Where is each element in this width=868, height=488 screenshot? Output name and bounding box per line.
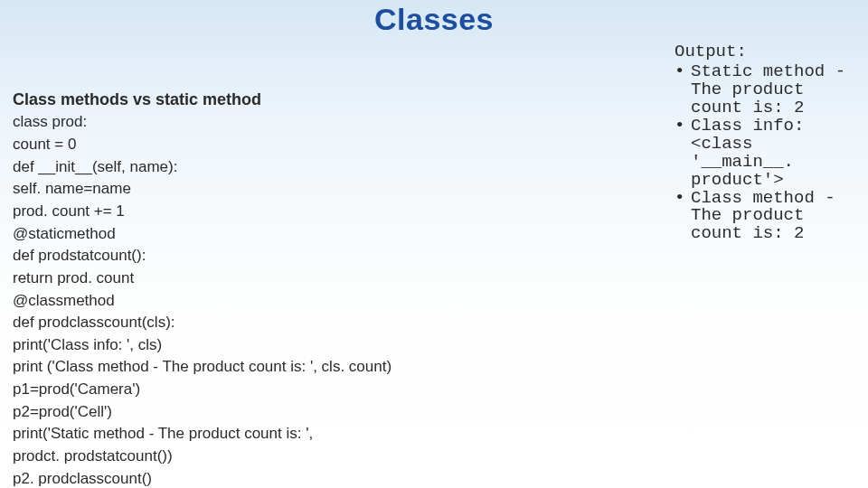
code-line: p2. prodclasscount() [13,470,152,487]
code-line: p2=prod('Cell') [13,403,112,420]
code-line: print('Static method - The product count… [13,425,313,442]
code-line: prod. count += 1 [13,202,125,220]
code-line: self. name=name [13,180,131,197]
code-heading: Class methods vs static method [13,88,646,111]
code-column: Class methods vs static methodclass prod… [13,43,646,488]
code-line: p1=prod('Camera') [13,380,140,398]
code-line: def prodstatcount(): [13,247,146,264]
code-line: @classmethod [13,292,115,309]
code-line: count = 0 [13,136,76,153]
code-line: @staticmethod [13,225,116,242]
code-line: def prodclasscount(cls): [13,314,175,331]
output-label: Output: [675,43,855,61]
code-line: print('Class info: ', cls) [13,336,162,353]
code-line: class prod: [13,113,87,130]
output-list: Static method - The product count is: 2 … [675,63,855,243]
code-line: def __init__(self, name): [13,158,177,175]
slide-title: Classes [0,2,868,37]
output-column: Output: Static method - The product coun… [675,43,855,243]
output-bullet: Class info: <class '__main__. product'> [675,117,855,190]
output-bullet: Class method - The product count is: 2 [675,190,855,244]
code-line: print ('Class method - The product count… [13,358,392,375]
output-bullet: Static method - The product count is: 2 [675,63,855,117]
code-line: prodct. prodstatcount()) [13,447,173,465]
code-line: return prod. count [13,269,134,286]
